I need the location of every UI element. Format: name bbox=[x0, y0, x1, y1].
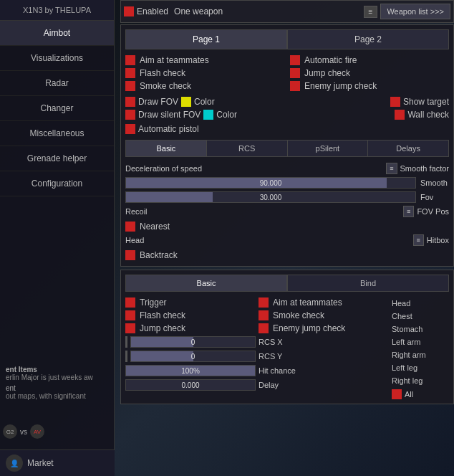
check-automatic-fire: Automatic fire bbox=[290, 55, 449, 65]
delay-slider[interactable]: 0.000 bbox=[125, 379, 256, 391]
nearest-checkbox[interactable] bbox=[125, 222, 135, 232]
recoil-label: Recoil bbox=[125, 207, 148, 216]
draw-fov-row: Draw FOV Color Show target bbox=[125, 97, 449, 107]
hitchance-label: Hit chance bbox=[259, 366, 296, 375]
team2-avatar: AV bbox=[30, 424, 44, 439]
smooth-label: Smooth bbox=[420, 178, 449, 187]
all-checkbox[interactable] bbox=[392, 389, 402, 399]
rcsy-label-row: RCS Y bbox=[259, 351, 389, 362]
news-text: erlin Major is just weeks aw bbox=[6, 373, 109, 381]
delay-slider-row: 0.000 bbox=[125, 379, 256, 391]
silent-color-swatch[interactable] bbox=[203, 110, 213, 120]
rcsx-slider[interactable]: 0 bbox=[130, 336, 256, 348]
hitchance-value: 100% bbox=[181, 367, 200, 375]
automatic-fire-checkbox[interactable] bbox=[290, 55, 300, 65]
sub-tab-rcs[interactable]: RCS bbox=[207, 141, 288, 156]
draw-silent-fov-row: Draw silent FOV Color Wall check bbox=[125, 110, 449, 120]
trigger-panel: Basic Bind Trigger Flash check Jump chec… bbox=[120, 270, 454, 404]
fov-label: Fov bbox=[420, 193, 449, 201]
smooth-slider-fill bbox=[126, 178, 387, 188]
tab-page2[interactable]: Page 2 bbox=[287, 29, 449, 49]
deceleration-label: Deceleration of speed bbox=[125, 164, 202, 173]
sub-tab-basic[interactable]: Basic bbox=[126, 141, 207, 156]
hitchance-label-row: Hit chance bbox=[259, 365, 389, 376]
flash-check-trigger-row: Flash check bbox=[125, 310, 256, 320]
bind-right-leg: Right leg bbox=[392, 375, 449, 386]
trigger-col1: Trigger Flash check Jump check 0 bbox=[125, 298, 256, 399]
sidebar-item-configuration[interactable]: Configuration bbox=[0, 171, 114, 196]
smoke-check-checkbox[interactable] bbox=[125, 81, 135, 91]
rcsx-value: 0 bbox=[191, 338, 195, 346]
wall-check-checkbox[interactable] bbox=[395, 110, 405, 120]
sidebar-item-miscellaneous[interactable]: Miscellaneous bbox=[0, 121, 114, 146]
aim-teammates-checkbox[interactable] bbox=[125, 55, 135, 65]
bind-left-leg: Left leg bbox=[392, 362, 449, 373]
sub-tab-delays[interactable]: Delays bbox=[368, 141, 448, 156]
hitbox-label: Hitbox bbox=[427, 236, 449, 244]
enabled-checkbox[interactable] bbox=[124, 6, 134, 16]
trigger-smoke-checkbox[interactable] bbox=[259, 310, 269, 320]
jump-check-checkbox[interactable] bbox=[290, 68, 300, 78]
rcsx-fill bbox=[131, 337, 193, 347]
trigger-enemy-jump-checkbox[interactable] bbox=[259, 323, 269, 333]
bind-tab-bind[interactable]: Bind bbox=[287, 275, 449, 292]
smoke-check-label: Smoke check bbox=[140, 81, 191, 91]
hamburger-button[interactable]: ≡ bbox=[364, 6, 378, 18]
check-flash: Flash check bbox=[125, 68, 284, 78]
trigger-jump-label: Jump check bbox=[140, 323, 185, 333]
hitchance-slider-row: 100% bbox=[125, 365, 256, 376]
team1-avatar: G2 bbox=[3, 424, 17, 439]
trigger-aim-label: Aim at teammates bbox=[273, 298, 342, 308]
flash-check-checkbox[interactable] bbox=[125, 68, 135, 78]
fov-value: 30.000 bbox=[260, 194, 282, 201]
sidebar-item-aimbot[interactable]: Aimbot bbox=[0, 21, 114, 46]
draw-silent-fov-checkbox[interactable] bbox=[125, 110, 135, 120]
sidebar-header: X1N3 by THELUPA bbox=[0, 0, 114, 21]
trigger-flash-checkbox[interactable] bbox=[125, 310, 135, 320]
aim-teammates-label: Aim at teammates bbox=[140, 55, 209, 65]
sidebar-item-visualizations[interactable]: Visualizations bbox=[0, 46, 114, 71]
hitchance-slider[interactable]: 100% bbox=[125, 365, 256, 376]
tab-page1[interactable]: Page 1 bbox=[125, 29, 287, 49]
fov-color-swatch[interactable] bbox=[181, 97, 191, 107]
fov-slider[interactable]: 30.000 bbox=[125, 191, 416, 203]
show-target-checkbox[interactable] bbox=[390, 97, 400, 107]
sidebar-item-changer[interactable]: Changer bbox=[0, 96, 114, 121]
all-row: All bbox=[392, 389, 449, 399]
news2: ent bbox=[6, 384, 109, 392]
bind-head: Head bbox=[392, 298, 449, 309]
market-label[interactable]: Market bbox=[27, 458, 54, 468]
rcsy-slider[interactable]: 0 bbox=[130, 351, 256, 362]
backtrack-checkbox[interactable] bbox=[125, 250, 135, 260]
trigger-enemy-jump-label: Enemy jump check bbox=[273, 323, 345, 333]
backtrack-row: Backtrack bbox=[125, 250, 449, 260]
sub-tab-psilent[interactable]: pSilent bbox=[288, 141, 369, 156]
enemy-jump-checkbox[interactable] bbox=[290, 81, 300, 91]
trigger-checkbox[interactable] bbox=[125, 298, 135, 308]
trigger-aim-checkbox[interactable] bbox=[259, 298, 269, 308]
rcsy-slider-row: 0 bbox=[125, 351, 256, 362]
hitbox-icon[interactable]: ≡ bbox=[413, 234, 424, 246]
weapon-list-button[interactable]: Weapon list >>> bbox=[380, 4, 450, 19]
fovpos-icon[interactable]: ≡ bbox=[403, 206, 414, 217]
smooth-factor-icon[interactable]: ≡ bbox=[386, 163, 397, 174]
bind-tab-basic[interactable]: Basic bbox=[125, 275, 287, 292]
nearest-label: Nearest bbox=[140, 222, 170, 232]
sidebar-news: ent Items erlin Major is just weeks aw e… bbox=[0, 361, 115, 404]
trigger-jump-checkbox[interactable] bbox=[125, 323, 135, 333]
sidebar-item-radar[interactable]: Radar bbox=[0, 71, 114, 96]
trigger-flash-label: Flash check bbox=[140, 310, 185, 320]
rcsy-value: 0 bbox=[191, 353, 195, 361]
silent-color-label: Color bbox=[216, 110, 237, 120]
auto-pistol-checkbox[interactable] bbox=[125, 124, 135, 134]
rcsx-handle bbox=[125, 336, 127, 348]
bind-right-arm: Right arm bbox=[392, 349, 449, 361]
trigger-smoke-label: Smoke check bbox=[273, 310, 324, 320]
news3: out maps, with significant bbox=[6, 392, 109, 400]
enemy-jump-trigger-row: Enemy jump check bbox=[259, 323, 389, 333]
sidebar-item-grenade-helper[interactable]: Grenade helper bbox=[0, 146, 114, 171]
delay-label: Delay bbox=[259, 381, 279, 389]
wall-check-label: Wall check bbox=[407, 110, 449, 120]
smooth-slider[interactable]: 90.000 bbox=[125, 177, 416, 189]
draw-fov-checkbox[interactable] bbox=[125, 97, 135, 107]
